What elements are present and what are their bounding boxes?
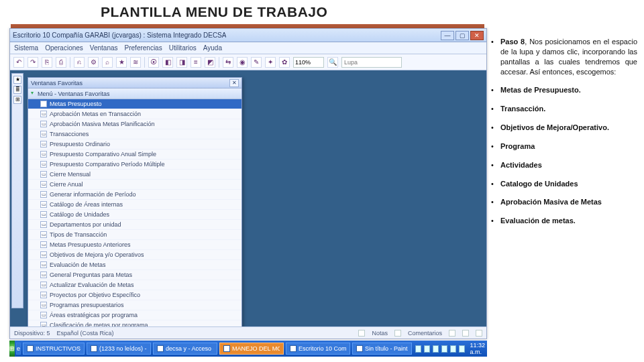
favorite-item[interactable]: ▭Generar información de Período — [28, 190, 241, 200]
notes-icon[interactable] — [358, 330, 365, 337]
tray-icon-4[interactable] — [450, 345, 456, 353]
tray-icon-2[interactable] — [433, 345, 439, 353]
toolbar-icon-10[interactable]: ◧ — [162, 57, 173, 68]
favorite-item[interactable]: ▭General Preguntas para Metas — [28, 270, 241, 280]
favorite-label: Metas Presupuesto — [50, 101, 102, 107]
menu-ventanas[interactable]: Ventanas — [90, 44, 118, 52]
toolbar-icon-5[interactable]: ⚙ — [88, 57, 99, 68]
side-tab-1[interactable]: ≣ — [13, 86, 21, 94]
menu-sistema[interactable]: Sistema — [14, 44, 38, 52]
favorite-item[interactable]: ▭Catálogo de Áreas internas — [28, 200, 241, 210]
favorite-item[interactable]: ▭Metas Presupuesto Anteriores — [28, 240, 241, 250]
toolbar-icon-0[interactable]: ↶ — [13, 57, 24, 68]
favorite-label: Metas Presupuesto Anteriores — [50, 241, 131, 248]
instruction-bullet: Objetivos de Mejora/Operativo. — [491, 123, 637, 133]
start-button[interactable]: ⊞ — [9, 341, 15, 357]
favorite-item[interactable]: ▭Catálogo de Unidades — [28, 210, 241, 220]
slide-title: PLANTILLA MENU DE TRABAJO — [101, 4, 327, 20]
form-icon: ▭ — [40, 251, 47, 258]
instruction-bullet: Catalogo de Unidades — [491, 179, 637, 189]
view-icon-3[interactable] — [476, 330, 482, 337]
toolbar-icon-6[interactable]: ⌕ — [102, 57, 113, 68]
toolbar-icon-17[interactable]: ✦ — [265, 57, 276, 68]
quick-launch-ie-icon[interactable]: e — [16, 343, 21, 355]
favorite-item[interactable]: ▭Actualizar Evaluación de Metas — [28, 280, 241, 290]
side-tab-2[interactable]: ⊞ — [13, 96, 21, 104]
close-button[interactable]: ✕ — [470, 31, 484, 40]
form-icon: ▭ — [40, 191, 47, 198]
favorite-item[interactable]: ▭Proyectos por Objetivo Específico — [28, 290, 241, 300]
menu-ayuda[interactable]: Ayuda — [203, 44, 222, 52]
zoom-input[interactable] — [293, 57, 324, 68]
toolbar-icon-16[interactable]: ✎ — [251, 57, 262, 68]
favorite-item[interactable]: ▭Presupuesto Comparativo Período Múltipl… — [28, 160, 241, 170]
tray-icon-1[interactable] — [424, 345, 430, 353]
favorite-item[interactable]: ▭Transacciones — [28, 129, 241, 139]
task-icon — [356, 345, 363, 352]
taskbar-item[interactable]: Sin título - Paint — [352, 343, 412, 355]
toolbar-icon-3[interactable]: ⎙ — [56, 57, 66, 68]
favorite-item[interactable]: ▭Aprobación Metas en Transacción — [28, 109, 241, 119]
toolbar-icon-4[interactable]: ⎌ — [74, 57, 85, 68]
status-comments: Comentarios — [408, 330, 442, 337]
task-icon — [91, 345, 97, 352]
favorite-label: Áreas estratégicas por programa — [50, 312, 138, 318]
toolbar-icon-7[interactable]: ★ — [116, 57, 127, 68]
favorite-item[interactable]: ▭Presupuesto Ordinario — [28, 139, 241, 149]
toolbar-icon-11[interactable]: ◨ — [176, 57, 187, 68]
tray-icon-0[interactable] — [415, 345, 421, 353]
form-icon: ▭ — [40, 131, 47, 137]
tray-icon-3[interactable] — [441, 345, 447, 353]
toolbar-icon-2[interactable]: ⎘ — [42, 57, 52, 68]
favorite-item[interactable]: ▭Metas Presupuesto — [28, 99, 241, 109]
toolbar-separator — [70, 57, 70, 68]
minimize-button[interactable]: — — [441, 31, 454, 40]
favorite-item[interactable]: ▭Programas presupuestarios — [28, 300, 241, 310]
search-icon[interactable]: 🔍 — [327, 57, 338, 68]
favorite-item[interactable]: ▭Evaluación de Metas — [28, 260, 241, 270]
favorite-item[interactable]: ▭Aprobación Masiva Metas Planificación — [28, 119, 241, 129]
menu-preferencias[interactable]: Preferencias — [125, 44, 162, 52]
favorite-item[interactable]: ▭Departamentos por unidad — [28, 220, 241, 230]
favorite-label: Cierre Mensual — [50, 171, 91, 178]
favorites-titlebar: Ventanas Favoritas ✕ — [28, 78, 241, 88]
form-icon: ▭ — [40, 151, 47, 158]
favorite-label: Generar información de Período — [50, 191, 136, 198]
maximize-button[interactable]: ▢ — [455, 31, 469, 40]
view-icon-2[interactable] — [462, 330, 469, 337]
favorite-item[interactable]: ▭Cierre Anual — [28, 180, 241, 190]
favorite-item[interactable]: ▭Presupuesto Comparativo Anual Simple — [28, 149, 241, 160]
comments-icon[interactable] — [394, 330, 401, 337]
instructions-panel: Paso 8, Nos posicionamos en el espacio d… — [491, 37, 637, 235]
titlebar: Escritorio 10 Compañía GARABI (jcvargas)… — [10, 29, 486, 42]
favorite-item[interactable]: ▭Objetivos de Mejora y/o Operativos — [28, 250, 241, 260]
favorite-item[interactable]: ▭Tipos de Transacción — [28, 230, 241, 240]
taskbar-item[interactable]: decsa y - Acceso di… — [153, 343, 217, 355]
menu-operaciones[interactable]: Operaciones — [45, 44, 83, 52]
task-label: Sin título - Paint — [365, 345, 408, 352]
favorite-item[interactable]: ▭Cierre Mensual — [28, 170, 241, 180]
tray-icon-5[interactable] — [459, 345, 465, 353]
toolbar-icon-15[interactable]: ◉ — [237, 57, 248, 68]
search-input[interactable] — [341, 57, 402, 68]
form-icon: ▭ — [40, 211, 47, 218]
taskbar-item[interactable]: (1233 no leídos) - jc… — [87, 343, 151, 355]
toolbar-icon-14[interactable]: ⇆ — [223, 57, 233, 68]
side-tab-0[interactable]: ★ — [13, 76, 21, 84]
taskbar-item[interactable]: Escritorio 10 Comp… — [286, 343, 350, 355]
taskbar-item[interactable]: INSTRUCTIVOS — [23, 343, 85, 355]
favorite-item[interactable]: ▭Áreas estratégicas por programa — [28, 310, 241, 320]
toolbar-icon-12[interactable]: ≡ — [191, 57, 201, 68]
favorites-title: Ventanas Favoritas — [31, 80, 83, 86]
clock: 11:32 a.m. — [470, 342, 492, 355]
favorites-close-icon[interactable]: ✕ — [229, 79, 239, 87]
view-icon-1[interactable] — [449, 330, 455, 337]
toolbar-icon-8[interactable]: ≋ — [130, 57, 141, 68]
toolbar-icon-9[interactable]: ⦿ — [148, 57, 159, 68]
taskbar-item[interactable]: MANEJO DEL MOD… — [219, 343, 284, 355]
menu-utilitarios[interactable]: Utilitarios — [169, 44, 197, 52]
work-area: ★≣⊞ Ventanas Favoritas ✕ Menú - Ventanas… — [10, 70, 486, 326]
toolbar-icon-13[interactable]: ◩ — [205, 57, 215, 68]
toolbar-icon-18[interactable]: ✿ — [279, 57, 290, 68]
toolbar-icon-1[interactable]: ↷ — [28, 57, 38, 68]
